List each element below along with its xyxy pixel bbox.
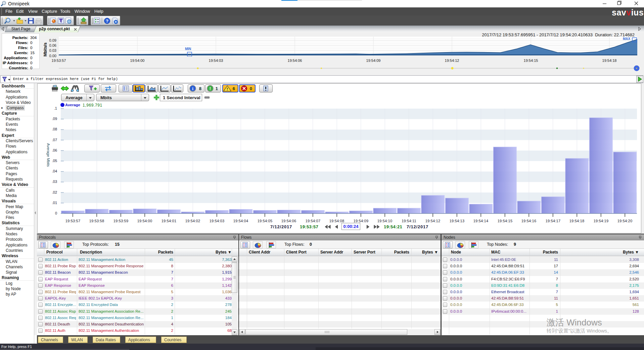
svg-text:MAX: MAX bbox=[623, 37, 631, 41]
svg-text:?: ? bbox=[106, 18, 108, 24]
svg-text:!: ! bbox=[210, 86, 211, 91]
svg-text:MIN: MIN bbox=[185, 47, 191, 51]
svg-text:!: ! bbox=[227, 87, 228, 91]
svg-text:i: i bbox=[192, 86, 193, 91]
